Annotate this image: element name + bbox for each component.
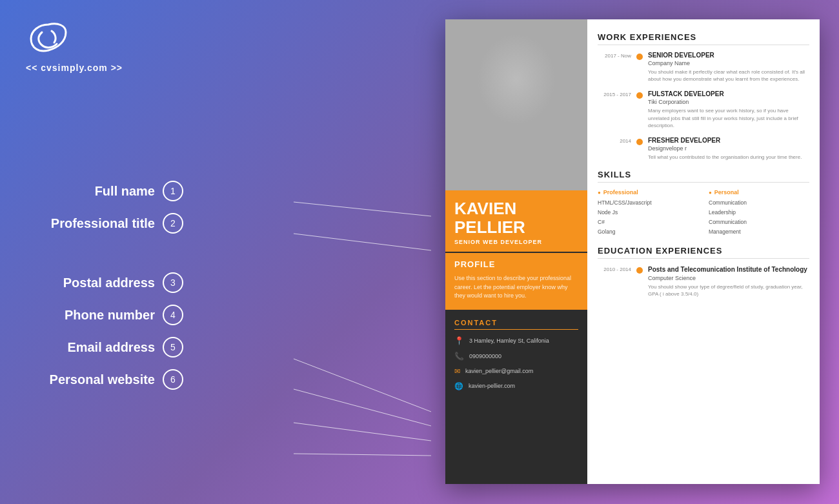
svg-line-4 — [294, 423, 431, 441]
cv-photo — [445, 19, 587, 190]
work-company-1: Company Name — [648, 60, 809, 66]
work-date-1: 2017 - Now — [598, 52, 631, 83]
edu-dot-1 — [636, 267, 643, 274]
skills-professional-heading: Professional — [598, 189, 698, 196]
cv-contact-website: kavien-pellier.com — [469, 383, 515, 389]
work-title-1: Senior Developer — [648, 52, 809, 59]
skill-p4: Management — [709, 228, 809, 235]
work-dot-2 — [636, 92, 643, 99]
phone-icon: 📞 — [454, 352, 464, 361]
skills-columns: Professional HTML/CSS/Javascript Node Js… — [598, 189, 809, 238]
cv-name-line1: KAVIEN — [454, 199, 516, 218]
svg-point-15 — [465, 129, 568, 190]
cv-contact-website-item: 🌐 kavien-pellier.com — [454, 382, 578, 390]
annotation-website: Personal website 6 — [26, 369, 183, 390]
logo-url: << cvsimply.com >> — [26, 63, 123, 73]
work-section-title: WORK EXPERIENCES — [598, 32, 809, 45]
cv-profile-heading: PROFILE — [454, 259, 578, 269]
annotation-phone-label: Phone number — [26, 308, 155, 323]
cv-profile-section: PROFILE Use this section to describe you… — [445, 253, 587, 310]
annotation-website-label: Personal website — [26, 372, 155, 387]
cv-contact-address-item: 📍 3 Hamley, Hamley St, Califonia — [454, 336, 578, 345]
svg-point-8 — [481, 35, 552, 119]
cv-contact-section: CONTACT 📍 3 Hamley, Hamley St, Califonia… — [445, 310, 587, 484]
cv-professional-title: SENIOR WEB DEVELOPER — [454, 239, 578, 245]
cv-contact-heading: CONTACT — [454, 319, 578, 330]
skill-p2: Leadership — [709, 209, 809, 216]
cv-name-box: KAVIEN PELLIER SENIOR WEB DEVELOPER — [445, 190, 587, 252]
skills-personal-col: Personal Communication Leadership Commun… — [709, 189, 809, 238]
cv-name: KAVIEN PELLIER — [454, 199, 578, 236]
edu-title-1: Posts and Telecomunication Institute of … — [648, 265, 809, 274]
cv-contact-phone: 0909000000 — [469, 353, 501, 359]
person-silhouette — [445, 19, 587, 190]
work-content-3: FRESHER DEVELOPER Designvelope r Tell wh… — [648, 137, 809, 161]
cv-contact-address: 3 Hamley, Hamley St, Califonia — [469, 338, 549, 344]
work-company-3: Designvelope r — [648, 145, 809, 152]
annotation-fullname-circle: 1 — [163, 181, 183, 201]
svg-rect-17 — [507, 113, 526, 139]
annotation-address-circle: 3 — [163, 272, 183, 293]
cv-contact-email-item: ✉ kavien_pellier@gmail.com — [454, 367, 578, 376]
annotation-address: Postal address 3 — [26, 272, 183, 293]
cv-photo-image — [445, 19, 587, 190]
svg-line-5 — [294, 454, 431, 456]
education-section: EDUCATION EXPERIENCES 2010 - 2014 Posts … — [598, 246, 809, 297]
work-title-3: FRESHER DEVELOPER — [648, 137, 809, 144]
website-icon: 🌐 — [454, 382, 463, 390]
edu-date-1: 2010 - 2014 — [598, 265, 631, 297]
edu-entry-1: 2010 - 2014 Posts and Telecomunication I… — [598, 265, 809, 297]
skill-1: HTML/CSS/Javascript — [598, 199, 698, 206]
svg-point-10 — [478, 45, 510, 90]
svg-point-12 — [485, 46, 547, 121]
annotation-fullname-label: Full name — [26, 184, 155, 199]
work-date-2: 2015 - 2017 — [598, 90, 631, 129]
annotation-phone-circle: 4 — [163, 305, 183, 325]
svg-line-1 — [294, 234, 431, 250]
skills-section: SKILLS Professional HTML/CSS/Javascript … — [598, 170, 809, 238]
work-desc-1: You should make it perfectly clear what … — [648, 68, 809, 83]
work-content-2: FULSTACK DEVELOPER Tiki Corporation Many… — [648, 90, 809, 129]
work-entry-2: 2015 - 2017 FULSTACK DEVELOPER Tiki Corp… — [598, 90, 809, 129]
skills-section-title: SKILLS — [598, 170, 809, 183]
work-company-2: Tiki Corporation — [648, 99, 809, 105]
svg-line-3 — [294, 389, 431, 426]
edu-content-1: Posts and Telecomunication Institute of … — [648, 265, 809, 297]
email-icon: ✉ — [454, 367, 460, 376]
cv-contact-email: kavien_pellier@gmail.com — [465, 368, 533, 374]
svg-point-14 — [523, 77, 532, 84]
annotation-website-circle: 6 — [163, 369, 183, 390]
annotation-email-label: Email address — [26, 340, 155, 355]
work-entry-1: 2017 - Now Senior Developer Company Name… — [598, 52, 809, 83]
skills-personal-heading: Personal — [709, 189, 809, 196]
svg-rect-7 — [445, 19, 587, 97]
cv-profile-text: Use this section to describe your profes… — [454, 274, 578, 301]
svg-rect-16 — [478, 139, 555, 190]
skill-p3: Communication — [709, 219, 809, 225]
cv-right-panel: WORK EXPERIENCES 2017 - Now Senior Devel… — [587, 19, 820, 484]
location-icon: 📍 — [454, 336, 464, 345]
cv-contact-phone-item: 📞 0909000000 — [454, 352, 578, 361]
annotation-phone: Phone number 4 — [26, 305, 183, 325]
svg-rect-6 — [445, 19, 587, 190]
svg-point-13 — [501, 77, 510, 84]
cv-left-panel: KAVIEN PELLIER SENIOR WEB DEVELOPER PROF… — [445, 19, 587, 484]
work-desc-3: Tell what you contributed to the organis… — [648, 154, 809, 161]
work-dot-1 — [636, 54, 643, 60]
annotations-container: Full name 1 Professional title 2 Postal … — [26, 181, 183, 401]
skill-4: Golang — [598, 228, 698, 235]
annotation-protitle: Professional title 2 — [26, 213, 183, 234]
svg-line-2 — [294, 359, 431, 412]
cv-name-line2: PELLIER — [454, 217, 525, 237]
annotation-address-label: Postal address — [26, 276, 155, 290]
work-date-3: 2014 — [598, 137, 631, 161]
svg-point-11 — [523, 45, 555, 90]
skill-p1: Communication — [709, 199, 809, 206]
svg-point-9 — [479, 26, 554, 84]
annotation-fullname: Full name 1 — [26, 181, 183, 201]
work-entry-3: 2014 FRESHER DEVELOPER Designvelope r Te… — [598, 137, 809, 161]
annotation-email: Email address 5 — [26, 337, 183, 358]
cv-container: KAVIEN PELLIER SENIOR WEB DEVELOPER PROF… — [445, 19, 820, 484]
svg-line-0 — [294, 202, 431, 216]
skill-3: C# — [598, 219, 698, 225]
